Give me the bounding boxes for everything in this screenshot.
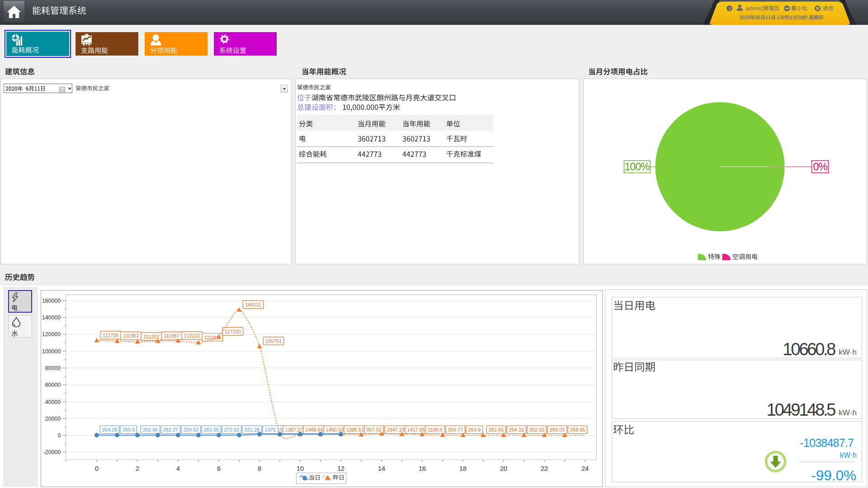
svg-text:111967: 111967	[164, 333, 179, 338]
svg-text:252.03: 252.03	[529, 427, 544, 432]
svg-text:261.65: 261.65	[203, 427, 219, 432]
svg-text:112736: 112736	[103, 333, 119, 338]
svg-text:272.52: 272.52	[224, 427, 239, 432]
svg-text:2: 2	[136, 465, 139, 472]
svg-text:4: 4	[176, 465, 180, 472]
svg-text:160000: 160000	[42, 298, 61, 304]
svg-text:0: 0	[95, 465, 99, 472]
svg-text:1417.65: 1417.65	[407, 427, 425, 432]
svg-text:16: 16	[419, 465, 426, 472]
svg-text:1100.9: 1100.9	[428, 427, 443, 432]
svg-text:80000: 80000	[45, 365, 61, 371]
svg-text:14: 14	[378, 465, 385, 472]
svg-text:117220: 117220	[225, 329, 241, 334]
svg-text:60000: 60000	[45, 382, 61, 388]
svg-text:269.9: 269.9	[123, 427, 135, 432]
svg-text:105751: 105751	[265, 338, 282, 344]
svg-text:111202: 111202	[143, 334, 159, 339]
svg-text:149111: 149111	[245, 302, 261, 307]
svg-text:24: 24	[581, 465, 589, 472]
svg-text:120000: 120000	[42, 331, 61, 338]
svg-text:359.77: 359.77	[448, 427, 463, 432]
svg-text:i: i	[729, 6, 730, 11]
svg-text:112222: 112222	[184, 333, 200, 338]
svg-text:6: 6	[217, 465, 221, 472]
svg-text:100%: 100%	[625, 161, 650, 173]
svg-text:0%: 0%	[813, 161, 827, 173]
svg-text:254.16: 254.16	[509, 427, 524, 432]
svg-text:8: 8	[258, 465, 261, 472]
svg-text:40000: 40000	[45, 399, 61, 405]
svg-text:1375.15: 1375.15	[265, 427, 283, 432]
svg-text:0: 0	[58, 432, 61, 439]
svg-text:268.65: 268.65	[570, 427, 585, 432]
svg-text:1847.29: 1847.29	[387, 427, 405, 432]
svg-text:250.03: 250.03	[549, 427, 565, 432]
svg-text:1385.52: 1385.52	[346, 427, 364, 432]
svg-text:957.52: 957.52	[366, 427, 382, 432]
svg-text:321.28: 321.28	[244, 427, 259, 432]
svg-text:140000: 140000	[42, 314, 61, 321]
svg-text:111962: 111962	[123, 333, 139, 338]
svg-text:22: 22	[541, 465, 548, 472]
svg-text:262.27: 262.27	[163, 427, 178, 432]
svg-text:20000: 20000	[45, 416, 61, 422]
svg-text:100000: 100000	[42, 348, 61, 355]
svg-text:12: 12	[337, 465, 344, 472]
svg-text:20: 20	[500, 465, 507, 472]
svg-text:263.9: 263.9	[468, 427, 481, 432]
svg-text:1450.53: 1450.53	[326, 427, 344, 432]
svg-text:1387.27: 1387.27	[285, 427, 303, 432]
svg-text:259.52: 259.52	[183, 427, 198, 432]
svg-text:18: 18	[459, 465, 467, 472]
svg-text:262.65: 262.65	[488, 427, 504, 432]
svg-text:1495.65: 1495.65	[306, 427, 324, 432]
svg-text:-20000: -20000	[43, 449, 61, 455]
svg-text:262.66: 262.66	[142, 427, 158, 432]
svg-text:10: 10	[297, 465, 304, 472]
svg-text:264.28: 264.28	[102, 427, 117, 432]
